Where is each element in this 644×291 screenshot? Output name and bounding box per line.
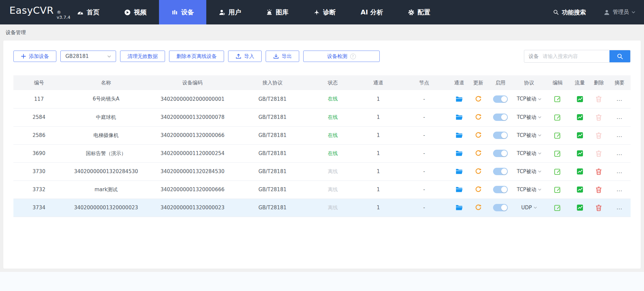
protocol-select[interactable]: TCP被动 <box>517 168 541 175</box>
table-row: 117 6号岗镜头A 34020000002000000001 GB/T2818… <box>13 90 631 108</box>
traffic-button[interactable] <box>577 150 583 157</box>
edit-pencil-icon <box>554 132 561 139</box>
cell-device-name: 中庭球机 <box>64 108 148 126</box>
protocol-select[interactable]: TCP被动 <box>517 114 541 121</box>
cell-traffic <box>570 126 589 144</box>
nav-item-config[interactable]: 配置 <box>395 0 443 24</box>
chevron-down-icon <box>538 116 541 118</box>
channel-folder-button[interactable] <box>455 186 463 193</box>
nav-item-device[interactable]: 设备 <box>159 0 206 24</box>
summary-ellipsis[interactable]: ... <box>616 187 622 193</box>
delete-button[interactable] <box>595 95 602 102</box>
summary-ellipsis[interactable]: ... <box>616 205 622 211</box>
export-button[interactable]: 导出 <box>266 51 299 62</box>
channel-folder-button[interactable] <box>455 150 463 157</box>
nav-item-gallery[interactable]: 图库 <box>254 0 301 24</box>
update-refresh-button[interactable] <box>475 204 482 211</box>
toggle-knob <box>501 96 507 102</box>
cell-delete <box>589 199 608 217</box>
update-refresh-button[interactable] <box>475 186 482 193</box>
delete-button[interactable] <box>595 114 602 121</box>
search-group: 设备 <box>524 50 631 63</box>
channel-folder-button[interactable] <box>455 132 463 139</box>
edit-button[interactable] <box>554 95 561 102</box>
enable-toggle[interactable] <box>493 168 508 175</box>
update-refresh-button[interactable] <box>475 150 482 157</box>
enable-toggle[interactable] <box>493 204 508 211</box>
delete-button[interactable] <box>595 186 602 193</box>
update-refresh-button[interactable] <box>475 168 482 175</box>
cell-status: 在线 <box>308 144 358 162</box>
search-type-label[interactable]: 设备 <box>524 53 542 60</box>
nav-item-video[interactable]: 视频 <box>112 0 159 24</box>
breadcrumb-bar: 设备管理 <box>0 24 644 41</box>
summary-ellipsis[interactable]: ... <box>616 168 622 174</box>
delete-button[interactable] <box>595 150 602 157</box>
cell-delete <box>589 162 608 180</box>
summary-ellipsis[interactable]: ... <box>616 150 622 156</box>
edit-button[interactable] <box>554 150 561 157</box>
update-refresh-button[interactable] <box>475 96 482 102</box>
update-refresh-button[interactable] <box>475 114 482 121</box>
nav-item-user[interactable]: 用户 <box>206 0 254 24</box>
protocol-select[interactable]: UDP <box>521 205 537 211</box>
delete-offline-button[interactable]: 删除本页离线设备 <box>169 51 224 62</box>
enable-toggle[interactable] <box>493 132 508 139</box>
cell-device-code: 34020000001320000023 <box>148 199 237 217</box>
device-check-button[interactable]: 设备检测 ? <box>303 51 380 62</box>
channel-folder-button[interactable] <box>455 168 463 175</box>
traffic-button[interactable] <box>577 114 583 121</box>
cell-edit <box>545 90 570 108</box>
traffic-button[interactable] <box>577 186 583 193</box>
protocol-filter-select[interactable]: GB28181 <box>60 51 116 62</box>
cell-node: - <box>398 144 449 162</box>
summary-ellipsis[interactable]: ... <box>616 132 622 138</box>
protocol-select[interactable]: TCP被动 <box>517 96 541 102</box>
edit-button[interactable] <box>554 204 561 211</box>
search-input[interactable] <box>542 53 609 60</box>
summary-ellipsis[interactable]: ... <box>616 96 622 102</box>
enable-toggle[interactable] <box>493 114 508 121</box>
channel-folder-button[interactable] <box>455 96 463 102</box>
protocol-select[interactable]: TCP被动 <box>517 187 541 193</box>
enable-toggle[interactable] <box>493 150 508 157</box>
cell-traffic <box>570 199 589 217</box>
cell-channel <box>450 108 469 126</box>
update-refresh-button[interactable] <box>475 132 482 139</box>
channel-folder-button[interactable] <box>455 114 463 121</box>
nav-item-diagnosis[interactable]: 诊断 <box>301 0 348 24</box>
traffic-button[interactable] <box>577 132 583 139</box>
edit-button[interactable] <box>554 114 561 121</box>
delete-button[interactable] <box>595 204 602 211</box>
add-device-button[interactable]: 添加设备 <box>13 51 56 62</box>
import-button[interactable]: 导入 <box>228 51 262 62</box>
nav-item-ai[interactable]: AI 分析 <box>348 0 395 24</box>
enable-toggle[interactable] <box>493 95 508 103</box>
clean-invalid-button[interactable]: 清理无效数据 <box>120 51 165 62</box>
traffic-button[interactable] <box>577 96 583 102</box>
enable-toggle[interactable] <box>493 186 508 193</box>
account-menu[interactable]: 管理员 <box>603 9 635 16</box>
summary-ellipsis[interactable]: ... <box>616 114 622 120</box>
cell-device-id: 2586 <box>13 126 64 144</box>
delete-button[interactable] <box>595 168 602 175</box>
edit-button[interactable] <box>554 132 561 139</box>
edit-button[interactable] <box>554 186 561 193</box>
col-header-enable: 启用 <box>488 75 513 90</box>
traffic-button[interactable] <box>577 204 583 211</box>
edit-button[interactable] <box>554 168 561 175</box>
traffic-button[interactable] <box>577 168 583 175</box>
nav-item-label: AI 分析 <box>361 8 383 17</box>
cell-channel <box>450 162 469 180</box>
protocol-select[interactable]: TCP被动 <box>517 150 541 157</box>
protocol-select[interactable]: TCP被动 <box>517 132 541 139</box>
nav-item-home[interactable]: 首页 <box>64 0 112 24</box>
clean-invalid-label: 清理无效数据 <box>127 53 158 60</box>
protocol-value: TCP被动 <box>517 132 536 139</box>
cell-channel <box>450 90 469 108</box>
function-search-button[interactable]: 功能搜索 <box>553 8 586 16</box>
delete-button[interactable] <box>595 132 602 139</box>
table-row: 3734 34020000001320000023 34020000001320… <box>13 199 631 217</box>
channel-folder-button[interactable] <box>455 204 463 211</box>
search-button[interactable] <box>609 50 630 62</box>
